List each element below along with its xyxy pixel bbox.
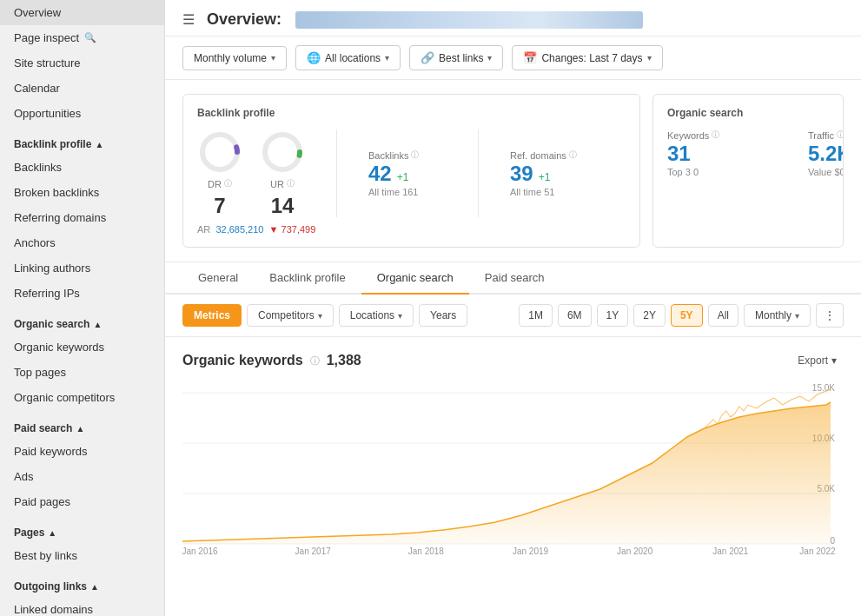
traffic-value: 5.2K: [808, 142, 844, 165]
sidebar-item-ads[interactable]: Ads: [0, 464, 164, 489]
sidebar-item-ads-label: Ads: [14, 470, 33, 483]
locations-label: Locations: [350, 309, 394, 321]
sidebar-item-overview[interactable]: Overview: [0, 0, 164, 25]
sidebar-item-organic-competitors[interactable]: Organic competitors: [0, 385, 164, 410]
tab-paid-search[interactable]: Paid search: [469, 262, 560, 295]
best-links-label: Best links: [439, 52, 483, 64]
sidebar-item-paid-pages-label: Paid pages: [14, 495, 70, 508]
backlinks-info-icon: ⓘ: [411, 149, 419, 161]
section-pages[interactable]: Pages ▲: [0, 514, 164, 543]
sidebar-item-page-inspect[interactable]: Page inspect 🔍: [0, 25, 164, 50]
chart-svg: 15.0K 10.0K 5.0K 0: [182, 381, 844, 554]
sidebar-item-top-pages[interactable]: Top pages: [0, 360, 164, 385]
section-outgoing-links[interactable]: Outgoing links ▲: [0, 568, 164, 597]
sidebar-item-paid-pages[interactable]: Paid pages: [0, 489, 164, 514]
sidebar-item-referring-ips[interactable]: Referring IPs: [0, 281, 164, 306]
tabs-bar: General Backlink profile Organic search …: [165, 262, 861, 295]
years-button[interactable]: Years: [419, 304, 467, 327]
sidebar-item-backlinks[interactable]: Backlinks: [0, 155, 164, 180]
section-organic-search[interactable]: Organic search ▲: [0, 306, 164, 334]
sidebar-item-best-by-links[interactable]: Best by links: [0, 543, 164, 568]
sidebar-item-backlinks-label: Backlinks: [14, 161, 62, 174]
traffic-label: Traffic ⓘ: [808, 129, 844, 141]
sidebar-item-referring-domains[interactable]: Referring domains: [0, 205, 164, 230]
sidebar-item-opportunities[interactable]: Opportunities: [0, 101, 164, 126]
caret-up-icon-2: ▲: [93, 320, 102, 329]
ref-domains-delta: +1: [539, 171, 551, 183]
svg-text:Jan 2017: Jan 2017: [295, 546, 332, 554]
traffic-value-sub: Value $0: [808, 167, 844, 177]
svg-text:Jan 2020: Jan 2020: [617, 546, 653, 554]
chart-title: Organic keywords: [182, 353, 303, 368]
keywords-info-icon: ⓘ: [712, 129, 719, 141]
main-header: ☰ Overview:: [165, 0, 861, 36]
dr-label: DR ⓘ: [208, 178, 232, 189]
sidebar-item-organic-keywords[interactable]: Organic keywords: [0, 334, 164, 360]
ar-value: 32,685,210: [215, 224, 263, 235]
best-links-button[interactable]: 🔗 Best links ▾: [409, 45, 503, 70]
time-all[interactable]: All: [708, 304, 738, 327]
keywords-top3: Top 3 0: [667, 167, 745, 177]
locations-button[interactable]: Locations ▾: [339, 304, 414, 327]
tab-general[interactable]: General: [182, 262, 254, 295]
svg-point-2: [265, 135, 300, 169]
sidebar-item-paid-keywords[interactable]: Paid keywords: [0, 439, 164, 464]
ur-chart: [260, 129, 305, 175]
time-6m[interactable]: 6M: [558, 304, 592, 327]
dr-chart: [197, 129, 242, 175]
time-2y[interactable]: 2Y: [633, 304, 666, 327]
sidebar: Overview Page inspect 🔍 Site structure C…: [0, 0, 165, 616]
competitors-label: Competitors: [258, 309, 315, 321]
time-1m[interactable]: 1M: [519, 304, 553, 327]
more-options-button[interactable]: ⋮: [816, 303, 844, 328]
monthly-volume-button[interactable]: Monthly volume ▾: [182, 46, 287, 70]
sidebar-item-linked-domains[interactable]: Linked domains: [0, 597, 164, 616]
ur-value: 14: [271, 195, 295, 217]
metrics-button[interactable]: Metrics: [182, 304, 242, 327]
metrics-divider: [336, 129, 337, 217]
backlinks-label: Backlinks ⓘ: [368, 149, 447, 161]
ref-domains-value: 39: [510, 162, 533, 185]
backlinks-alltime: All time 161: [368, 187, 447, 197]
all-locations-label: All locations: [325, 52, 381, 64]
tab-backlink-profile[interactable]: Backlink profile: [254, 262, 361, 295]
sidebar-item-linking-authors[interactable]: Linking authors: [0, 255, 164, 281]
interval-label: Monthly: [755, 309, 791, 321]
ar-row: AR 32,685,210 ▼ 737,499: [197, 224, 626, 235]
all-locations-button[interactable]: 🌐 All locations ▾: [295, 45, 401, 70]
tab-organic-search[interactable]: Organic search: [361, 262, 469, 295]
organic-panel-title: Organic search: [667, 107, 829, 119]
competitors-button[interactable]: Competitors ▾: [247, 304, 334, 327]
metrics-label: Metrics: [194, 309, 230, 321]
caret-up-icon-4: ▲: [48, 528, 56, 538]
hamburger-icon[interactable]: ☰: [182, 11, 195, 28]
caret-down-icon-4: ▾: [647, 53, 652, 63]
section-paid-search[interactable]: Paid search ▲: [0, 410, 164, 439]
backlinks-metric: Backlinks ⓘ 42 +1 All time 161: [368, 149, 447, 197]
section-pages-label: Pages: [14, 527, 44, 539]
sidebar-item-calendar-label: Calendar: [14, 82, 60, 95]
sidebar-item-broken-backlinks[interactable]: Broken backlinks: [0, 180, 164, 205]
backlinks-delta: +1: [397, 171, 409, 183]
time-5y[interactable]: 5Y: [671, 304, 703, 327]
changes-button[interactable]: 📅 Changes: Last 7 days ▾: [512, 45, 662, 70]
time-1y[interactable]: 1Y: [597, 304, 629, 327]
chart-container: 15.0K 10.0K 5.0K 0: [182, 381, 844, 554]
caret-down-icon-6: ▾: [398, 311, 402, 321]
caret-down-icon-2: ▾: [385, 53, 389, 63]
ref-domains-label: Ref. domains ⓘ: [510, 149, 588, 161]
organic-search-panel: Organic search Keywords ⓘ 31 Top 3 0 Tra…: [652, 94, 844, 248]
sidebar-item-paid-keywords-label: Paid keywords: [14, 445, 88, 458]
backlink-profile-panel: Backlink profile DR ⓘ 7: [182, 94, 640, 248]
interval-button[interactable]: Monthly ▾: [744, 304, 811, 327]
page-title: Overview:: [207, 10, 281, 29]
keywords-label: Keywords ⓘ: [667, 129, 745, 141]
section-backlink-profile[interactable]: Backlink profile ▲: [0, 126, 164, 155]
caret-down-icon: ▾: [271, 53, 275, 63]
sidebar-item-anchors[interactable]: Anchors: [0, 230, 164, 255]
sidebar-item-calendar[interactable]: Calendar: [0, 76, 164, 101]
sidebar-item-site-structure[interactable]: Site structure: [0, 50, 164, 76]
ref-domains-alltime: All time 51: [510, 187, 588, 197]
export-button[interactable]: Export ▾: [791, 351, 844, 370]
main-content: ☰ Overview: Monthly volume ▾ 🌐 All locat…: [165, 0, 861, 616]
